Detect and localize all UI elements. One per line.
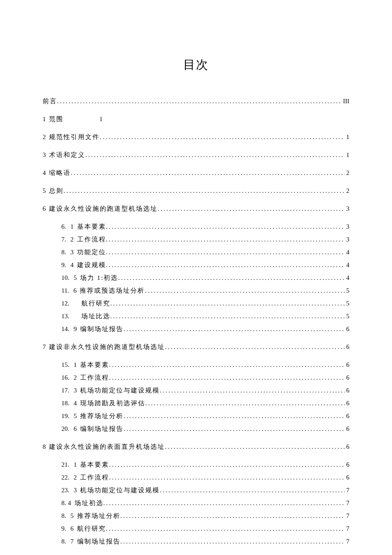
toc-subentry-label: 5 场力 1:初选	[74, 273, 118, 283]
toc-leader	[109, 472, 345, 482]
toc-subentry-page: 6	[345, 360, 350, 370]
toc-subentry: 7.2 工作流程3	[61, 234, 349, 244]
toc-leader	[124, 411, 345, 421]
toc-leader	[165, 342, 344, 352]
toc-subentry-page: 3	[345, 234, 350, 244]
toc-entry-label: 前言	[43, 96, 57, 106]
toc-subentry-num: 9.	[61, 523, 66, 534]
toc-subentry: 8.3 功能定位4	[61, 247, 349, 257]
toc-entry-page: 6	[345, 342, 350, 352]
toc-subentry-page: 6	[345, 472, 350, 482]
toc-subentry: 14.9 编制场址报告6	[61, 324, 349, 334]
toc-entry-page: 3	[345, 203, 350, 214]
toc-subentry-page: 7	[345, 511, 350, 521]
toc-leader	[100, 132, 344, 142]
toc-subentry-num: 20.	[61, 424, 69, 434]
toc-leader	[85, 150, 344, 160]
toc-subentry-page: 7	[345, 498, 350, 508]
toc-entry-page: 6	[345, 442, 350, 452]
toc-leader	[160, 485, 345, 495]
toc-subentry-num: 21.	[61, 459, 69, 470]
table-of-contents: 前言III1 范围12 规范性引用文件13 术语和定义14 缩略语25 总则26…	[43, 96, 349, 555]
toc-subentry-label: 6 编制场址报告	[74, 424, 124, 434]
toc-subentry: 10.5 场力 1:初选4	[61, 273, 349, 283]
toc-leader	[106, 523, 345, 534]
toc-subentry-label: 5 推荐场址分析	[70, 511, 120, 521]
toc-leader	[110, 298, 345, 308]
toc-entry-label: 4 缩略语	[43, 168, 71, 178]
toc-entry-label: 1 范围	[43, 114, 63, 124]
toc-subentry-label: 5 推荐场址分析	[74, 411, 124, 421]
toc-subentry-page: 6	[345, 398, 350, 408]
toc-subentry: 23.3 机场功能定位与建设规模7	[61, 485, 349, 495]
toc-leader	[145, 398, 345, 408]
toc-subentry: 22.2 工作流程6	[61, 472, 349, 482]
toc-entry-label: 7 建设非永久性设施的跑道型机场选址	[43, 342, 165, 352]
toc-entry: 3 术语和定义1	[43, 150, 349, 160]
toc-subentry: 13.场址比选5	[61, 311, 349, 321]
toc-subentry-num: 16.	[61, 372, 69, 383]
toc-subentry-num: 10.	[61, 273, 69, 283]
toc-subentry-num: 23.	[61, 485, 69, 495]
toc-subentry: 12.航行研究5	[61, 298, 349, 308]
toc-leader	[106, 221, 345, 232]
toc-leader	[121, 536, 345, 546]
toc-subentry-num: 8.	[61, 247, 66, 257]
toc-subentry-num: 8.	[61, 536, 66, 546]
toc-entry-page: 1	[345, 150, 350, 160]
toc-leader	[165, 442, 344, 452]
toc-subentry-page: 5	[345, 285, 350, 296]
toc-entry: 2 规范性引用文件1	[43, 132, 349, 142]
toc-subentry-num: 15.	[61, 360, 69, 370]
toc-subentry-label: 6 航行研究	[70, 523, 106, 534]
toc-entry-page: 1	[98, 114, 103, 124]
toc-leader	[124, 424, 345, 434]
toc-subentry-num: 17.	[61, 385, 69, 395]
toc-entry: 7 建设非永久性设施的跑道型机场选址6	[43, 342, 349, 352]
toc-subentry-label: 2 工作流程	[74, 372, 109, 383]
toc-leader	[158, 203, 344, 214]
toc-leader	[109, 360, 345, 370]
toc-subentry-num: 8.	[61, 511, 66, 521]
toc-subentry: 8.7 编制场址报告7	[61, 536, 349, 546]
toc-subentry: 16.2 工作流程6	[61, 372, 349, 383]
toc-leader	[57, 96, 341, 106]
toc-subentry: 20.6 编制场址报告6	[61, 424, 349, 434]
toc-subentry-page: 6	[345, 372, 350, 383]
toc-entry-page: 2	[345, 186, 350, 196]
toc-entry-page: III	[341, 96, 349, 106]
toc-subentry: 15.1 基本要素6	[61, 360, 349, 370]
toc-subentry-page: 7	[345, 536, 350, 546]
toc-subentry-num: 18.	[61, 398, 69, 408]
toc-subentry-num: 6.	[61, 221, 66, 232]
toc-leader	[121, 511, 345, 521]
toc-subentry-page: 6	[345, 324, 350, 334]
toc-subentry-label: 场址比选	[81, 311, 110, 321]
toc-leader	[106, 247, 345, 257]
toc-subentry-label: 1 基本要素	[70, 221, 106, 232]
toc-subentry-label: 1 基本要素	[74, 459, 109, 470]
toc-leader	[160, 385, 345, 395]
toc-subentry-label: 4 建设规模	[70, 260, 106, 270]
toc-subentry-label: 2 工作流程	[74, 472, 109, 482]
toc-subentry-num: 9.	[61, 260, 66, 270]
toc-subentry-num: 13.	[61, 311, 69, 321]
toc-entry-label: 2 规范性引用文件	[43, 132, 100, 142]
toc-subentry: 11.6 推荐或预选场址分析5	[61, 285, 349, 296]
toc-subentry: 6.1 基本要素3	[61, 221, 349, 232]
toc-subentry: 18.4 现场踏勘及初选评估6	[61, 398, 349, 408]
toc-entry-label: 5 总则	[43, 186, 63, 196]
toc-subentry-label: 9 编制场址报告	[74, 324, 124, 334]
toc-subentry-label: 3 功能定位	[70, 247, 106, 257]
toc-subentry-label: 航行研究	[81, 298, 110, 308]
toc-subentry-label: 7 编制场址报告	[70, 536, 120, 546]
toc-subentry-label: 2 工作流程	[70, 234, 106, 244]
toc-subentry-num: 8.	[61, 498, 66, 508]
toc-subentry-page: 4	[345, 273, 350, 283]
toc-subentry-page: 7	[345, 523, 350, 534]
toc-title: 目次	[43, 55, 349, 75]
toc-subentry-num: 14.	[61, 324, 69, 334]
toc-subentry-num: 7.	[61, 234, 66, 244]
toc-entry: 5 总则2	[43, 186, 349, 196]
toc-entry: 4 缩略语2	[43, 168, 349, 178]
